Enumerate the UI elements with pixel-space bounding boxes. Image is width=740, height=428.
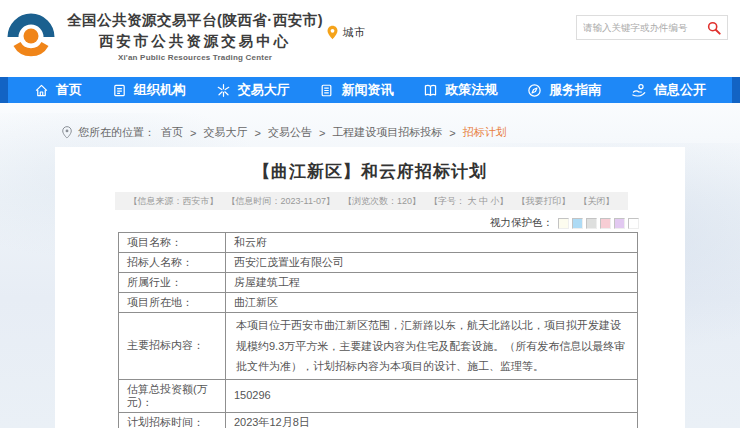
- table-row: 主要招标内容： 本项目位于西安市曲江新区范围，汇新路以东，航天北路以北，项目拟开…: [119, 313, 638, 380]
- row-label: 所属行业：: [119, 273, 226, 293]
- row-label: 估算总投资额(万元)：: [119, 379, 226, 412]
- meta-source: 【信息来源：西安市】: [129, 195, 219, 208]
- city-selector[interactable]: 城市: [327, 25, 365, 40]
- nav-item-service-guide[interactable]: 服务指南: [527, 81, 601, 99]
- site-title-line2: 西安市公共资源交易中心: [60, 32, 330, 51]
- eye-color-swatch-3[interactable]: [586, 218, 597, 229]
- search-box: [576, 15, 728, 40]
- meta-views: 【浏览次数：120】: [343, 195, 421, 208]
- row-value: 房屋建筑工程: [226, 273, 638, 293]
- row-value: 本项目位于西安市曲江新区范围，汇新路以东，航天北路以北，项目拟开发建设规模约9.…: [226, 313, 638, 380]
- meta-font-size-controls[interactable]: 【字号： 大 中 小】: [429, 195, 509, 208]
- site-header: 全国公共资源交易平台(陕西省·西安市) 西安市公共资源交易中心 Xi'an Pu…: [0, 0, 740, 77]
- meta-print-button[interactable]: 【我要打印】: [516, 195, 570, 208]
- row-value: 150296: [226, 379, 638, 412]
- breadcrumb-separator: >: [449, 127, 455, 139]
- breadcrumb-separator: >: [254, 127, 260, 139]
- location-pin-icon: [327, 25, 338, 40]
- breadcrumb: 您所在的位置： 首页 > 交易大厅 > 交易公告 > 工程建设项目招标投标 > …: [62, 125, 507, 140]
- row-label: 计划招标时间：: [119, 412, 226, 428]
- eye-protection-row: 视力保护色：: [490, 216, 639, 230]
- breadcrumb-pin-icon: [62, 126, 72, 139]
- home-icon: [34, 83, 49, 98]
- main-navigation: 首页 组织机构 交易大厅 新闻资讯: [8, 77, 732, 103]
- table-row: 招标人名称： 西安汇茂置业有限公司: [119, 253, 638, 273]
- table-row: 项目名称： 和云府: [119, 233, 638, 253]
- meta-close-button[interactable]: 【关闭】: [578, 195, 614, 208]
- nav-label: 政策法规: [445, 81, 497, 99]
- breadcrumb-prefix: 您所在的位置：: [78, 125, 155, 140]
- site-title-english: Xi'an Public Resources Trading Center: [60, 53, 330, 62]
- search-icon[interactable]: [707, 21, 721, 35]
- breadcrumb-link-trade-hall[interactable]: 交易大厅: [203, 125, 247, 140]
- breadcrumb-separator: >: [319, 127, 325, 139]
- table-row: 计划招标时间： 2023年12月8日: [119, 412, 638, 428]
- site-title-line1: 全国公共资源交易平台(陕西省·西安市): [60, 11, 330, 30]
- breadcrumb-link-home[interactable]: 首页: [161, 125, 183, 140]
- nav-label: 信息公开: [654, 81, 706, 99]
- nav-label: 新闻资讯: [341, 81, 393, 99]
- nav-item-news[interactable]: 新闻资讯: [319, 81, 393, 99]
- row-value: 2023年12月8日: [226, 412, 638, 428]
- nav-item-policy[interactable]: 政策法规: [423, 81, 497, 99]
- row-label: 主要招标内容：: [119, 313, 226, 380]
- compass-icon: [527, 83, 542, 98]
- nav-label: 组织机构: [134, 81, 186, 99]
- page: 全国公共资源交易平台(陕西省·西安市) 西安市公共资源交易中心 Xi'an Pu…: [0, 0, 740, 428]
- breadcrumb-link-announcements[interactable]: 交易公告: [268, 125, 312, 140]
- row-value: 西安汇茂置业有限公司: [226, 253, 638, 273]
- bid-plan-table: 项目名称： 和云府 招标人名称： 西安汇茂置业有限公司 所属行业： 房屋建筑工程…: [118, 232, 638, 428]
- row-value: 曲江新区: [226, 293, 638, 313]
- eye-color-swatch-1[interactable]: [558, 218, 569, 229]
- trade-hall-icon: [216, 83, 231, 98]
- table-row: 估算总投资额(万元)： 150296: [119, 379, 638, 412]
- city-label: 城市: [343, 25, 365, 40]
- eye-protection-label: 视力保护色：: [490, 216, 553, 230]
- eye-color-swatch-6[interactable]: [628, 218, 639, 229]
- nav-item-info-disclosure[interactable]: 信息公开: [631, 81, 706, 99]
- site-title: 全国公共资源交易平台(陕西省·西安市) 西安市公共资源交易中心 Xi'an Pu…: [60, 11, 330, 62]
- eye-color-swatch-2[interactable]: [572, 218, 583, 229]
- eye-color-swatch-5[interactable]: [614, 218, 625, 229]
- search-input[interactable]: [583, 22, 707, 33]
- nav-label: 服务指南: [549, 81, 601, 99]
- policy-book-icon: [423, 83, 438, 98]
- org-icon: [112, 83, 127, 98]
- site-logo-icon: [7, 10, 55, 62]
- breadcrumb-link-construction-bidding[interactable]: 工程建设项目招标投标: [332, 125, 442, 140]
- table-row: 项目所在地： 曲江新区: [119, 293, 638, 313]
- row-label: 项目所在地：: [119, 293, 226, 313]
- meta-date: 【信息时间：2023-11-07】: [227, 195, 335, 208]
- row-value: 和云府: [226, 233, 638, 253]
- nav-item-home[interactable]: 首页: [34, 81, 82, 99]
- content-panel: 【曲江新区】和云府招标计划 【信息来源：西安市】 【信息时间：2023-11-0…: [55, 147, 685, 428]
- breadcrumb-current: 招标计划: [463, 125, 507, 140]
- navbar-background: 首页 组织机构 交易大厅 新闻资讯: [0, 77, 740, 103]
- nav-label: 交易大厅: [238, 81, 290, 99]
- table-row: 所属行业： 房屋建筑工程: [119, 273, 638, 293]
- eye-color-swatch-4[interactable]: [600, 218, 611, 229]
- breadcrumb-separator: >: [190, 127, 196, 139]
- nav-label: 首页: [56, 81, 82, 99]
- nav-item-trade-hall[interactable]: 交易大厅: [216, 81, 290, 99]
- row-label: 招标人名称：: [119, 253, 226, 273]
- nav-item-organization[interactable]: 组织机构: [112, 81, 186, 99]
- hand-share-icon: [631, 83, 647, 98]
- row-label: 项目名称：: [119, 233, 226, 253]
- news-icon: [319, 83, 334, 98]
- article-meta-bar: 【信息来源：西安市】 【信息时间：2023-11-07】 【浏览次数：120】 …: [115, 192, 628, 210]
- article-title: 【曲江新区】和云府招标计划: [55, 160, 685, 183]
